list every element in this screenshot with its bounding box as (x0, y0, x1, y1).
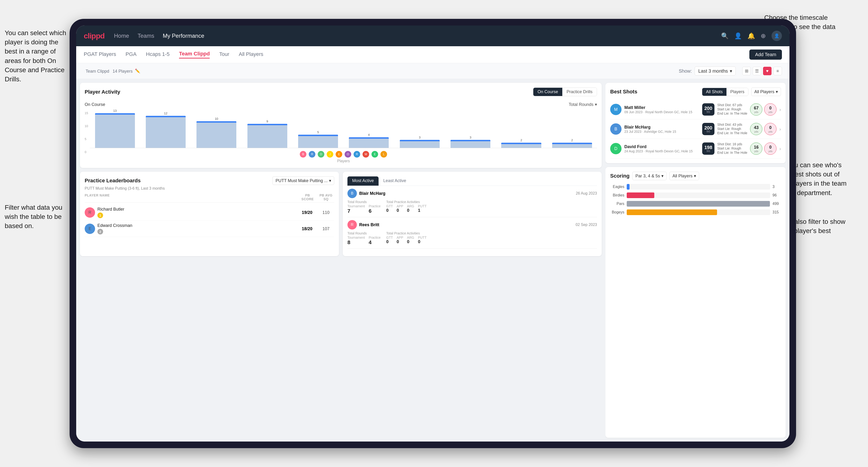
gtt-value: 0 (386, 208, 393, 213)
bell-icon[interactable]: 🔔 (747, 32, 755, 40)
practice-label: Practice (369, 236, 381, 239)
app-label: APP (397, 236, 403, 239)
subnav-tour[interactable]: Tour (219, 51, 229, 58)
chevron-right-icon[interactable]: › (779, 107, 781, 112)
shot-player-name: Matt Miller (624, 105, 700, 110)
player-avatar: B (347, 189, 357, 198)
bar[interactable] (349, 137, 389, 148)
rank-badge: 2 (97, 229, 103, 235)
nav-teams[interactable]: Teams (137, 33, 154, 39)
bar[interactable] (400, 140, 440, 148)
practice-activities-label: Total Practice Activities (386, 231, 427, 235)
chevron-right-icon[interactable]: › (779, 126, 781, 132)
bar-value: 4 (368, 133, 370, 136)
player-avatar: R (308, 151, 316, 158)
drill-select[interactable]: PUTT Must Make Putting ... ▾ (272, 177, 334, 185)
shot-item[interactable]: DDavid Ford24 Aug 2023 · Royal North Dev… (610, 139, 781, 158)
bar[interactable] (552, 143, 592, 148)
add-team-button[interactable]: Add Team (749, 50, 782, 60)
practice-drills-toggle[interactable]: Practice Drills (562, 88, 597, 96)
scoring-row: Eagles3 (610, 184, 781, 190)
stat-pill-unit: yds (754, 111, 758, 114)
player-avatar: J (326, 151, 334, 158)
par-filter[interactable]: Par 3, 4 & 5s ▾ (632, 172, 666, 180)
bar-value: 13 (113, 109, 117, 113)
gtt-col: GTT0 (386, 236, 393, 244)
shot-item[interactable]: BBlair McHarg23 Jul 2023 · Ashridge GC, … (610, 119, 781, 139)
user-icon[interactable]: 👤 (734, 32, 742, 40)
gtt-value: 0 (386, 239, 393, 244)
all-players-filter[interactable]: All Players ▾ (751, 88, 781, 96)
player-score: 18/20 (299, 226, 315, 231)
subnav-team-clippd[interactable]: Team Clippd (179, 51, 210, 59)
heart-view-button[interactable]: ♥ (763, 67, 772, 75)
stat-pill-unit2: yds (769, 130, 772, 133)
shot-detail-item: End Lie: In The Hole (717, 112, 747, 115)
chevron-down-icon: ▾ (730, 68, 732, 74)
right-column: Best Shots All Shots Players All Players… (606, 79, 789, 441)
most-active-tab[interactable]: Most Active (347, 177, 379, 186)
subnav-all-players[interactable]: All Players (239, 51, 263, 58)
subnav-pga[interactable]: PGA (125, 51, 136, 58)
chart-dropdown[interactable]: Total Rounds ▾ (569, 102, 597, 107)
scoring-row: Pars499 (610, 201, 781, 207)
scoring-bar (627, 210, 717, 215)
activity-tabs: Most Active Least Active (347, 177, 597, 186)
total-rounds-label: Total Rounds (347, 231, 381, 235)
bar-value: 3 (419, 135, 421, 139)
card-header: Player Activity On Course Practice Drill… (85, 88, 597, 96)
player-avatar: B (299, 151, 307, 158)
stat-pill-val2: 0 (769, 106, 772, 111)
scoring-bar-wrap (627, 192, 770, 198)
search-icon[interactable]: 🔍 (721, 32, 728, 40)
settings-view-button[interactable]: ≡ (773, 67, 782, 75)
nav-home[interactable]: Home (114, 33, 129, 39)
stat-pill-unit2: yds (769, 150, 772, 153)
subnav-hcaps[interactable]: Hcaps 1-5 (146, 51, 169, 58)
on-course-toggle[interactable]: On Course (533, 88, 562, 96)
view-icons: ⊞ ☰ ♥ ≡ (742, 67, 782, 75)
shot-player-avatar: D (610, 143, 621, 154)
bar[interactable] (196, 121, 236, 148)
bar-group: 4 (344, 133, 394, 148)
chevron-right-icon[interactable]: › (779, 146, 781, 151)
bar[interactable] (247, 124, 287, 148)
logo: clippd (84, 32, 104, 40)
scoring-bar (627, 184, 629, 190)
nav-my-performance[interactable]: My Performance (163, 33, 204, 39)
players-tab[interactable]: Players (726, 88, 748, 96)
leaderboard-rows: RRichard Butler119/20110EEdward Crossman… (85, 205, 334, 237)
practice-label: Practice (369, 204, 381, 208)
shot-item[interactable]: MMatt Miller09 Jun 2023 · Royal North De… (610, 100, 781, 119)
gtt-label: GTT (386, 236, 393, 239)
bar[interactable] (298, 135, 338, 148)
leaderboard-row: RRichard Butler119/20110 (85, 205, 334, 221)
player-avatar: E (371, 151, 379, 158)
bar[interactable] (501, 143, 541, 148)
scoring-count: 3 (772, 185, 781, 189)
all-shots-tab[interactable]: All Shots (702, 88, 726, 96)
timescale-select[interactable]: Last 3 months ▾ (695, 66, 736, 75)
stat-pill-zero: 0yds (764, 143, 776, 155)
scoring-player-filter[interactable]: All Players ▾ (670, 172, 699, 180)
avatar[interactable]: 👤 (772, 31, 782, 41)
shot-player-sub: 09 Jun 2023 · Royal North Devon GC, Hole… (624, 110, 700, 114)
arg-col: ARG0 (407, 204, 414, 213)
edit-icon[interactable]: ✏️ (135, 68, 140, 73)
list-view-button[interactable]: ☰ (753, 67, 761, 75)
col-pb-score: PB SCORE (299, 193, 316, 201)
least-active-tab[interactable]: Least Active (379, 177, 411, 186)
bar[interactable] (95, 113, 135, 148)
bar[interactable] (451, 140, 490, 148)
shot-player-info: Matt Miller09 Jun 2023 · Royal North Dev… (624, 105, 700, 114)
shot-detail-item: Shot Dist: 67 yds (717, 103, 747, 107)
bar-group: 5 (293, 130, 343, 148)
course-toggle-group: On Course Practice Drills (533, 88, 597, 96)
bar[interactable] (146, 116, 186, 148)
scoring-row: Birdies96 (610, 192, 781, 198)
add-icon[interactable]: ⊕ (761, 32, 766, 40)
grid-view-button[interactable]: ⊞ (742, 67, 751, 75)
tournament-label: Tournament (347, 236, 365, 239)
total-rounds-group: Total RoundsTournament7Practice6 (347, 200, 381, 214)
subnav-pgat[interactable]: PGAT Players (84, 51, 116, 58)
